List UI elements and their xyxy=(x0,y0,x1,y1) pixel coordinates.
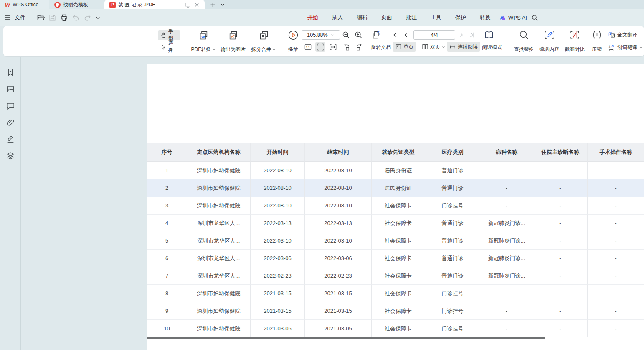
table-cell: - xyxy=(533,320,588,337)
undo-icon[interactable] xyxy=(72,14,80,22)
bookmark-icon[interactable] xyxy=(6,68,15,77)
tab-wps-office[interactable]: W WPS Office xyxy=(0,0,49,9)
tab-document-pdf[interactable]: P 就 医 记 录 .PDF xyxy=(104,0,205,9)
table-cell: 1 xyxy=(147,162,187,179)
play-label: 播放 xyxy=(288,46,298,53)
table-cell: 2022-03-13 xyxy=(305,215,372,232)
table-cell: - xyxy=(588,302,644,320)
chevron-down-icon xyxy=(639,46,643,49)
quick-access-chevron-icon[interactable] xyxy=(95,15,101,20)
table-cell: 新冠肺炎门诊... xyxy=(480,232,533,250)
table-cell: - xyxy=(533,267,588,285)
read-mode-icon[interactable] xyxy=(484,30,494,41)
zoom-level-value: 105.88% xyxy=(307,32,327,38)
actual-size-button[interactable]: 1:1 xyxy=(303,42,313,52)
single-page-label: 单页 xyxy=(403,43,413,51)
next-page-icon[interactable] xyxy=(458,31,465,38)
hamburger-icon[interactable] xyxy=(4,14,11,21)
monitor-icon[interactable] xyxy=(185,2,191,8)
replace-pages-icon[interactable] xyxy=(371,29,382,41)
rotate-doc-label[interactable]: 旋转文档 xyxy=(371,44,391,51)
menu-item-工具[interactable]: 工具 xyxy=(430,10,442,26)
rotate-right-icon xyxy=(355,43,363,51)
menu-item-开始[interactable]: 开始 xyxy=(307,10,319,26)
new-tab-plus-icon[interactable] xyxy=(210,2,216,8)
search-icon[interactable] xyxy=(531,14,538,21)
chevron-down-icon xyxy=(272,48,276,51)
find-replace-button[interactable]: 查找替换 xyxy=(511,30,537,53)
screenshot-compare-icon xyxy=(570,30,580,40)
left-sidebar xyxy=(0,57,21,350)
svg-text:W: W xyxy=(201,35,205,39)
open-file-icon[interactable] xyxy=(37,14,45,22)
double-page-icon xyxy=(422,43,428,50)
first-page-icon[interactable] xyxy=(391,31,398,38)
svg-text:文: 文 xyxy=(608,45,611,49)
zoom-in-icon[interactable] xyxy=(354,31,363,39)
page-number-value: 4/4 xyxy=(431,32,438,38)
thumbnail-icon[interactable] xyxy=(6,84,15,94)
compress-button[interactable]: 压缩 xyxy=(588,30,606,53)
rotate-right-button[interactable] xyxy=(354,42,364,52)
close-icon[interactable] xyxy=(194,2,200,8)
edit-content-button[interactable]: 编辑内容 xyxy=(537,30,562,53)
select-tool-button[interactable]: 选择 xyxy=(158,42,180,52)
double-page-button[interactable]: 双页 xyxy=(419,42,448,52)
page-number-field[interactable]: 4/4 xyxy=(413,30,455,40)
menu-item-保护[interactable]: 保护 xyxy=(455,10,467,26)
zoom-level-field[interactable]: 105.88% xyxy=(302,30,340,40)
tab-list-chevron-icon[interactable] xyxy=(220,2,225,7)
table-cell: 2022-03-06 xyxy=(251,250,305,267)
single-page-button[interactable]: 单页 xyxy=(393,42,416,52)
table-cell: 2 xyxy=(147,179,187,197)
print-icon[interactable] xyxy=(60,14,68,22)
save-icon[interactable] xyxy=(48,14,56,22)
docer-icon xyxy=(54,2,61,8)
document-area[interactable]: 序号定点医药机构名称开始时间结束时间就诊凭证类型医疗类别病种名称住院主诊断名称手… xyxy=(21,57,644,350)
word-translate-button[interactable]: 文A 划词翻译 xyxy=(608,43,643,51)
table-cell: 2022-03-10 xyxy=(305,232,372,250)
last-page-icon[interactable] xyxy=(469,31,476,38)
prev-page-icon[interactable] xyxy=(403,31,410,38)
fit-page-icon xyxy=(317,43,325,51)
medical-records-table: 序号定点医药机构名称开始时间结束时间就诊凭证类型医疗类别病种名称住院主诊断名称手… xyxy=(147,143,644,339)
menu-item-插入[interactable]: 插入 xyxy=(332,10,343,26)
table-cell: 5 xyxy=(147,232,187,250)
comment-icon[interactable] xyxy=(6,101,15,110)
sign-icon[interactable] xyxy=(6,135,15,144)
play-button[interactable]: 播放 xyxy=(282,30,304,53)
wps-ai-button[interactable]: WPS AI xyxy=(499,14,527,21)
screenshot-compare-label: 截图对比 xyxy=(565,46,585,53)
table-cell: 2022-02-23 xyxy=(305,267,372,285)
table-cell: - xyxy=(480,302,533,320)
continuous-read-button[interactable]: 连续阅读 xyxy=(447,42,480,52)
layers-icon[interactable] xyxy=(6,151,15,161)
find-replace-label: 查找替换 xyxy=(514,46,534,53)
svg-text:文: 文 xyxy=(612,34,614,37)
ribbon-toolbar: 手型 选择 W PDF转换 输出为图片 拆分合并 播放 105.88% 4/4 xyxy=(3,26,644,56)
menu-item-批注[interactable]: 批注 xyxy=(406,10,417,26)
menu-item-编辑[interactable]: 编辑 xyxy=(356,10,368,26)
zoom-out-icon[interactable] xyxy=(342,31,350,39)
file-menu-button[interactable]: 文件 xyxy=(15,14,25,21)
hand-icon xyxy=(160,32,167,38)
rotate-left-button[interactable] xyxy=(342,42,352,52)
read-mode-label[interactable]: 阅读模式 xyxy=(482,44,502,51)
fit-page-button[interactable] xyxy=(315,42,325,52)
table-cell: - xyxy=(533,215,588,232)
screenshot-compare-button[interactable]: 截图对比 xyxy=(562,30,587,53)
svg-text:1:1: 1:1 xyxy=(306,46,309,49)
pdf-convert-button[interactable]: W PDF转换 xyxy=(188,30,218,53)
table-cell: 普通门诊 xyxy=(425,250,480,267)
hand-tool-button[interactable]: 手型 xyxy=(158,30,180,40)
table-cell: 门诊挂号 xyxy=(425,285,480,302)
export-image-button[interactable]: 输出为图片 xyxy=(218,30,248,53)
attachment-icon[interactable] xyxy=(6,118,15,127)
fit-width-button[interactable] xyxy=(328,42,338,52)
tab-docer-templates[interactable]: 找稻壳模板 xyxy=(49,0,104,9)
full-translate-button[interactable]: A文 全文翻译 xyxy=(608,31,637,39)
redo-icon[interactable] xyxy=(84,14,91,22)
menu-item-转换[interactable]: 转换 xyxy=(479,10,491,26)
menu-item-页面[interactable]: 页面 xyxy=(381,10,393,26)
split-merge-button[interactable]: 拆分合并 xyxy=(249,30,278,53)
